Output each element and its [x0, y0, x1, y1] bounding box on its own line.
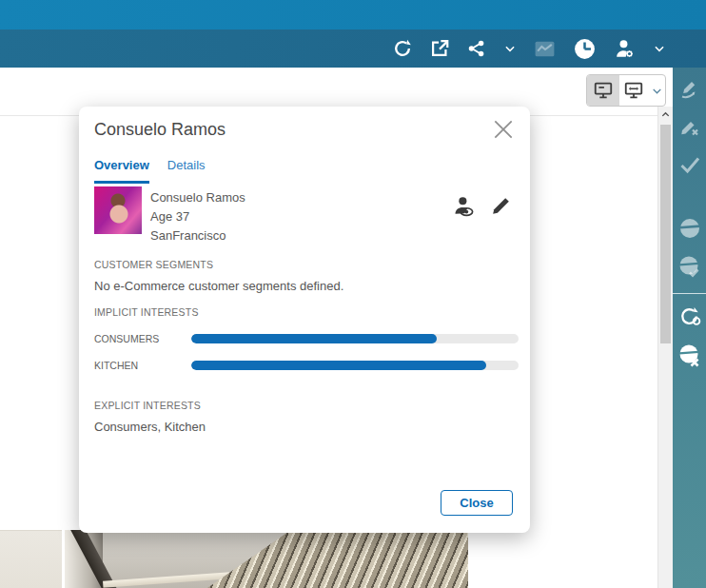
dialog-body: Consuelo Ramos Age 37 SanFrancisco CUSTO…: [94, 186, 519, 434]
user-menu-chevron-icon[interactable]: [653, 42, 666, 55]
right-sidebar: [673, 68, 706, 588]
interest-label: CONSUMERS: [94, 333, 191, 344]
globe-icon[interactable]: [677, 215, 702, 241]
interest-progress-fill: [191, 334, 437, 343]
responsive-preview-button[interactable]: [619, 75, 648, 106]
user-settings-icon[interactable]: [613, 37, 637, 61]
customer-segments-label: CUSTOMER SEGMENTS: [94, 259, 519, 270]
scrollbar-thumb[interactable]: [660, 125, 671, 343]
profile-lines: Consuelo Ramos Age 37 SanFrancisco: [150, 186, 245, 245]
toolbar: [0, 29, 706, 68]
edit-remove-icon[interactable]: [677, 113, 702, 139]
background-wall: [0, 530, 62, 588]
tab-overview[interactable]: Overview: [94, 158, 149, 184]
time-icon[interactable]: [573, 37, 597, 61]
customer-profile-dialog: Consuelo Ramos Overview Details Consuelo…: [79, 107, 530, 533]
scrollbar[interactable]: [657, 107, 673, 588]
profile-age: Age 37: [150, 207, 245, 226]
dialog-tabs: Overview Details: [94, 158, 206, 184]
scroll-up-button[interactable]: [658, 107, 673, 123]
profile-name: Consuelo Ramos: [150, 188, 245, 207]
interest-progress-bar: [191, 334, 519, 343]
app-window: Consuelo Ramos Overview Details Consuelo…: [0, 0, 706, 588]
view-customer-icon[interactable]: [451, 194, 477, 224]
analytics-icon[interactable]: [533, 37, 557, 61]
check-icon[interactable]: [677, 151, 702, 177]
refresh-icon[interactable]: [392, 38, 413, 59]
sidebar-divider: [673, 293, 706, 294]
signature-icon[interactable]: [677, 75, 702, 101]
dialog-title: Consuelo Ramos: [94, 120, 226, 140]
profile-actions: [451, 194, 513, 224]
implicit-interests-label: IMPLICIT INTERESTS: [94, 306, 519, 318]
interest-row: CONSUMERS: [94, 333, 519, 344]
interest-row: KITCHEN: [94, 360, 519, 371]
profile-city: SanFrancisco: [150, 226, 245, 245]
explicit-interests-label: EXPLICIT INTERESTS: [94, 400, 519, 411]
open-in-new-icon[interactable]: [429, 38, 450, 59]
customer-photo: [94, 186, 142, 234]
share-icon[interactable]: [466, 38, 487, 59]
tab-details[interactable]: Details: [167, 158, 206, 184]
globe-check-icon[interactable]: [677, 253, 702, 279]
close-icon[interactable]: [489, 115, 518, 144]
kitchen-photo: [65, 530, 468, 588]
preview-menu-chevron-icon[interactable]: [648, 85, 665, 97]
device-preview-toggle: [586, 74, 666, 107]
edit-icon[interactable]: [489, 194, 513, 224]
close-button[interactable]: Close: [441, 490, 513, 516]
globe-remove-icon[interactable]: [677, 342, 702, 367]
interest-label: KITCHEN: [94, 360, 191, 371]
sync-icon[interactable]: [677, 304, 702, 329]
top-banner: [0, 0, 706, 29]
desktop-preview-button[interactable]: [587, 75, 619, 106]
share-menu-chevron-icon[interactable]: [503, 42, 517, 55]
interest-progress-bar: [191, 361, 519, 370]
profile-summary: Consuelo Ramos Age 37 SanFrancisco: [94, 186, 519, 245]
explicit-interests-value: Consumers, Kitchen: [94, 420, 519, 434]
customer-segments-empty-text: No e-Commerce customer segments defined.: [94, 279, 519, 293]
interest-progress-fill: [191, 361, 486, 370]
